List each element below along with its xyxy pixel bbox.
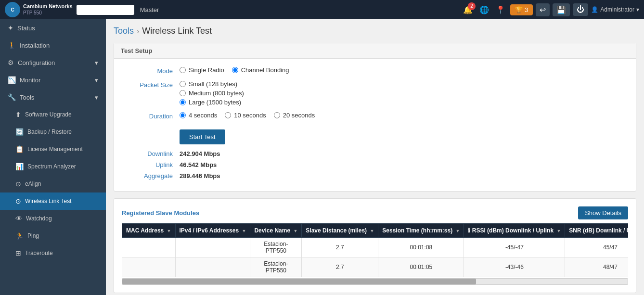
license-icon: 📋 [15,145,24,153]
duration-20sec-input[interactable] [274,112,280,118]
mac-sort-arrow: ▼ [167,229,171,233]
slave-modules-table: MAC Address ▼ IPv4 / IPv6 Addresses ▼ De… [122,223,628,277]
model-name: PTP 550 [23,10,73,16]
mode-label: Mode [122,66,180,75]
sidebar-item-tools[interactable]: 🔧 Tools ▾ [0,89,106,106]
breadcrumb-separator: › [137,27,139,36]
mode-single-radio[interactable]: Single Radio [180,66,224,74]
duration-20sec[interactable]: 20 seconds [274,112,315,119]
bell-badge: 2 [468,2,476,10]
session-sort-arrow: ▼ [456,229,460,233]
mode-channel-bonding-input[interactable] [232,67,238,73]
sidebar-item-label: Backup / Restore [27,128,72,135]
sidebar-item-license[interactable]: 📋 License Management [0,141,106,158]
col-mac[interactable]: MAC Address ▼ [122,224,176,238]
ealign-icon: ⊙ [15,180,21,188]
status-icon: ✦ [8,24,13,32]
packet-small-input[interactable] [180,81,186,87]
packet-medium[interactable]: Medium (800 bytes) [180,90,244,97]
packet-small[interactable]: Small (128 bytes) [180,80,244,88]
aggregate-result-row: Aggregate 289.446 Mbps [122,172,628,180]
ping-icon: 🏃 [15,232,24,240]
cell-device[interactable]: Estacion-PTP550 [250,257,302,277]
sidebar-item-spectrum[interactable]: 📊 Spectrum Analyzer [0,158,106,175]
ipv4-sort-arrow: ▼ [242,229,246,233]
start-test-button[interactable]: Start Test [180,129,225,144]
user-menu[interactable]: 👤 Administrator ▾ [591,6,639,13]
mode-single-radio-input[interactable] [180,67,186,73]
col-distance[interactable]: Slave Distance (miles) ▼ [302,224,378,238]
col-rssi[interactable]: ℹ RSSI (dBm) Downlink / Uplink ▼ [464,224,565,238]
packet-size-row: Packet Size Small (128 bytes) Medium (80… [122,80,628,106]
spectrum-icon: 📊 [15,163,24,170]
award-button[interactable]: 🏆 3 [510,4,533,15]
save-button[interactable]: 💾 [553,3,570,16]
packet-large[interactable]: Large (1500 bytes) [180,99,244,106]
sidebar: ✦ Status 🚶 Installation ⚙ Configuration … [0,19,106,295]
slave-modules-table-wrapper: MAC Address ▼ IPv4 / IPv6 Addresses ▼ De… [122,223,628,285]
sidebar-item-label: eAlign [25,180,41,187]
cell-mac [122,238,176,257]
watchdog-icon: 👁 [15,215,22,222]
backup-icon: 🔄 [15,128,24,136]
power-button[interactable]: ⏻ [573,3,588,16]
horizontal-scrollbar[interactable] [122,278,628,285]
sidebar-item-label: Software Upgrade [25,111,72,118]
sidebar-item-status[interactable]: ✦ Status [0,19,106,37]
bell-button[interactable]: 🔔 2 [461,3,475,16]
sidebar-item-wireless-link-test[interactable]: ⊙ Wireless Link Test [0,192,106,210]
distance-sort-arrow: ▼ [370,229,374,233]
downlink-label: Downlink [122,150,180,157]
sidebar-item-installation[interactable]: 🚶 Installation [0,37,106,54]
packet-medium-input[interactable] [180,90,186,96]
sidebar-item-traceroute[interactable]: ⊞ Traceroute [0,244,106,262]
tools-arrow: ▾ [95,94,98,101]
sidebar-item-ping[interactable]: 🏃 Ping [0,227,106,244]
mode-row: Mode Single Radio Channel Bonding [122,66,628,75]
duration-4sec-input[interactable] [180,112,186,118]
device-input[interactable] [77,5,134,15]
slave-modules-title: Registered Slave Modules [122,209,199,217]
scroll-bar-thumb [122,279,476,284]
cell-snr: 48/47 [565,257,628,277]
table-row: Estacion-PTP550 2.7 00:01:08 -45/-47 45/… [122,238,629,257]
location-button[interactable]: 📍 [494,3,507,16]
mode-channel-bonding[interactable]: Channel Bonding [232,66,289,74]
globe-button[interactable]: 🌐 [477,3,491,16]
monitor-icon: 📉 [8,76,16,84]
sidebar-item-label: Tools [20,94,34,101]
duration-10sec[interactable]: 10 seconds [225,112,266,119]
col-ipv4[interactable]: IPv4 / IPv6 Addresses ▼ [175,224,250,238]
col-snr[interactable]: SNR (dB) Downlink / Uplink ▼ [565,224,628,238]
packet-large-label: Large (1500 bytes) [189,99,241,106]
sidebar-item-software-upgrade[interactable]: ⬆ Software Upgrade [0,106,106,123]
cell-device[interactable]: Estacion-PTP550 [250,238,302,257]
sidebar-item-label: Configuration [18,59,55,66]
breadcrumb-current: Wireless Link Test [142,26,212,36]
undo-button[interactable]: ↩ [536,3,550,16]
duration-4sec[interactable]: 4 seconds [180,112,217,119]
duration-10sec-input[interactable] [225,112,231,118]
test-setup-body: Mode Single Radio Channel Bonding [114,59,636,191]
sidebar-item-configuration[interactable]: ⚙ Configuration ▾ [0,54,106,71]
test-setup-card: Test Setup Mode Single Radio Channel Bon… [114,43,636,192]
show-details-button[interactable]: Show Details [578,206,628,219]
downlink-result-row: Downlink 242.904 Mbps [122,150,628,157]
logo-icon: C [5,2,20,17]
breadcrumb-parent[interactable]: Tools [114,26,134,36]
uplink-result-row: Uplink 46.542 Mbps [122,161,628,168]
aggregate-value: 289.446 Mbps [180,172,220,180]
sidebar-item-watchdog[interactable]: 👁 Watchdog [0,210,106,227]
packet-small-label: Small (128 bytes) [189,80,237,88]
packet-large-input[interactable] [180,99,186,105]
topnav-icons: 🔔 2 🌐 📍 🏆 3 ↩ 💾 ⏻ 👤 Administrator ▾ [461,3,639,16]
duration-20sec-label: 20 seconds [283,112,315,119]
sidebar-item-monitor[interactable]: 📉 Monitor ▾ [0,71,106,89]
cell-session: 00:01:05 [378,257,464,277]
sidebar-item-ealign[interactable]: ⊙ eAlign [0,175,106,192]
col-device[interactable]: Device Name ▼ [250,224,302,238]
sidebar-item-backup-restore[interactable]: 🔄 Backup / Restore [0,123,106,141]
cell-session: 00:01:08 [378,238,464,257]
slave-modules-body: Registered Slave Modules Show Details MA… [114,199,636,293]
col-session[interactable]: Session Time (hh:mm:ss) ▼ [378,224,464,238]
